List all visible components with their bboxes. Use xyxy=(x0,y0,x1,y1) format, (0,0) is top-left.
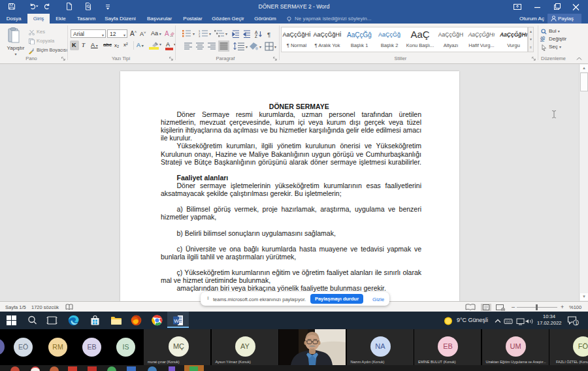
svg-text:W: W xyxy=(174,318,179,324)
svg-text:▾: ▾ xyxy=(193,32,195,36)
svg-text:1: 1 xyxy=(575,321,578,325)
svg-text:▾: ▾ xyxy=(246,45,248,49)
svg-text:Z: Z xyxy=(255,34,257,39)
svg-text:▾: ▾ xyxy=(225,32,227,36)
svg-text:▾: ▾ xyxy=(209,32,211,36)
svg-text:▾: ▾ xyxy=(259,45,261,49)
svg-text:▾: ▾ xyxy=(274,45,276,49)
svg-text:3: 3 xyxy=(199,35,201,38)
svg-text:¶: ¶ xyxy=(267,31,270,38)
